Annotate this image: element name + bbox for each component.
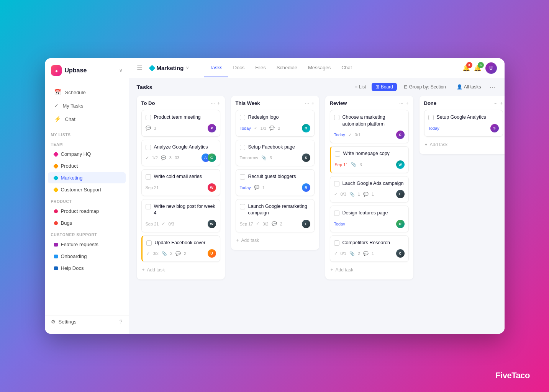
- column-more-icon[interactable]: ···: [399, 100, 403, 106]
- tab-files[interactable]: Files: [250, 59, 271, 77]
- task-checkbox[interactable]: [334, 181, 339, 186]
- avatar: W: [396, 160, 405, 169]
- sidebar-item-marketing[interactable]: Marketing: [48, 172, 126, 183]
- tasks-icon: 👤: [457, 84, 462, 90]
- task-checkbox[interactable]: [240, 204, 245, 209]
- avatar: R: [302, 124, 310, 132]
- sidebar-item-schedule[interactable]: 📅 Schedule: [48, 86, 126, 99]
- more-options-icon[interactable]: ···: [488, 83, 497, 91]
- task-checkbox[interactable]: [334, 115, 339, 120]
- column-add-icon[interactable]: +: [311, 100, 315, 106]
- user-avatar[interactable]: U: [485, 62, 497, 74]
- sidebar-item-label: Feature requests: [61, 242, 98, 247]
- task-meta-left: ✓ 0/2 📎 2 💬 2: [146, 251, 187, 256]
- tab-schedule[interactable]: Schedule: [271, 59, 303, 77]
- sidebar-item-productroadmap[interactable]: Product roadmap: [48, 206, 126, 217]
- nav-tabs: Tasks Docs Files Schedule Messages Chat: [204, 59, 454, 77]
- task-meta-left: ✓ 1/2 💬 3 03: [146, 155, 180, 160]
- avatar: S: [490, 124, 499, 132]
- my-lists-label: My Lists: [45, 129, 129, 139]
- task-card: Choose a marketing automation platform T…: [330, 110, 409, 143]
- task-checkbox[interactable]: [240, 145, 245, 150]
- column-todo-header: To Do ··· +: [141, 100, 220, 106]
- sidebar-item-bugs[interactable]: Bugs: [48, 217, 126, 229]
- add-task-button[interactable]: + Add task: [424, 140, 503, 150]
- chevron-down-icon[interactable]: ∨: [119, 68, 123, 73]
- notification-bell-button[interactable]: 🔔 3: [462, 64, 470, 72]
- help-icon[interactable]: ?: [120, 318, 123, 325]
- sidebar-logo[interactable]: ⬥ Upbase: [51, 65, 87, 76]
- hamburger-icon[interactable]: ☰: [137, 64, 142, 72]
- add-task-button[interactable]: + Add task: [330, 265, 409, 275]
- add-task-button[interactable]: + Add task: [141, 265, 220, 275]
- task-checkbox[interactable]: [146, 174, 151, 180]
- check-icon: ✓: [256, 221, 259, 226]
- task-date: Today: [428, 126, 439, 131]
- sidebar-nav-label: My Tasks: [63, 103, 84, 109]
- task-avatars: L: [396, 190, 405, 198]
- column-more-icon[interactable]: ···: [493, 100, 498, 106]
- column-todo: To Do ··· + Product team meeting 💬 3: [137, 96, 225, 279]
- task-checkbox[interactable]: [146, 145, 151, 150]
- task-meta: ✓ 0/1 📎 2 💬 1 C: [334, 249, 405, 258]
- sidebar-item-product[interactable]: Product: [48, 160, 126, 172]
- app-name: Upbase: [65, 67, 87, 74]
- all-tasks-button[interactable]: 👤 All tasks: [453, 83, 485, 91]
- board-view-button[interactable]: ⊞ Board: [372, 83, 397, 91]
- notification-alert-button[interactable]: 🔔 6: [474, 64, 482, 72]
- group-by-button[interactable]: ⊟ Group by: Section: [400, 83, 450, 91]
- circle-icon: [54, 221, 58, 225]
- settings-button[interactable]: ⚙ Settings: [51, 319, 77, 325]
- task-meta: Today 💬 1 R: [240, 183, 310, 192]
- sidebar-item-companyhq[interactable]: Company HQ: [48, 149, 126, 160]
- sidebar: ⬥ Upbase ∨ 📅 Schedule ✓ My Tasks ⚡ Chat …: [45, 58, 129, 334]
- column-more-icon[interactable]: ···: [305, 100, 309, 106]
- task-meta: Today ✓ 0/1 C: [334, 131, 405, 139]
- add-icon: +: [331, 267, 333, 273]
- avatar: W: [208, 220, 216, 228]
- sidebar-item-mytasks[interactable]: ✓ My Tasks: [48, 99, 126, 112]
- comment-icon: 💬: [363, 251, 369, 256]
- check-icon: ✓: [254, 126, 257, 131]
- sidebar-item-label: Onboarding: [61, 253, 87, 259]
- board-label: Board: [381, 84, 393, 90]
- task-checkbox[interactable]: [334, 211, 339, 216]
- task-meta: Sep 21 ✓ 0/3 W: [146, 220, 216, 228]
- task-title: Update Facebook cover: [155, 240, 216, 247]
- task-meta: ✓ 1/2 💬 3 03 A G: [146, 154, 216, 162]
- task-avatars: R: [302, 124, 310, 132]
- tab-docs[interactable]: Docs: [228, 59, 250, 77]
- sidebar-item-featurerequests[interactable]: Feature requests: [48, 239, 126, 250]
- add-task-label: Add task: [147, 267, 165, 273]
- task-checkbox[interactable]: [334, 240, 339, 246]
- add-icon: +: [142, 267, 145, 273]
- column-more-icon[interactable]: ···: [211, 100, 215, 106]
- task-date: Today: [240, 185, 251, 190]
- sidebar-item-label: Help Docs: [61, 265, 84, 271]
- comment-icon: 💬: [146, 126, 151, 131]
- column-add-icon[interactable]: +: [500, 100, 503, 106]
- sidebar-item-onboarding[interactable]: Onboarding: [48, 251, 126, 262]
- tab-chat[interactable]: Chat: [336, 59, 357, 77]
- task-checkbox[interactable]: [428, 115, 434, 120]
- sidebar-item-helpdocs[interactable]: Help Docs: [48, 263, 126, 274]
- task-checkbox[interactable]: [335, 151, 340, 157]
- task-checkbox[interactable]: [240, 174, 245, 180]
- list-view-button[interactable]: ≡ List: [351, 83, 370, 91]
- tab-messages[interactable]: Messages: [303, 59, 336, 77]
- tab-tasks[interactable]: Tasks: [204, 59, 228, 77]
- column-add-icon[interactable]: +: [406, 100, 409, 106]
- task-meta-left: Sep 11 📎 3: [335, 162, 362, 167]
- task-checkbox[interactable]: [146, 115, 151, 120]
- sidebar-item-customersupport[interactable]: Customer Support: [48, 184, 126, 195]
- column-add-icon[interactable]: +: [217, 100, 220, 106]
- task-avatars: W: [208, 183, 216, 192]
- task-checkbox[interactable]: [240, 115, 245, 120]
- task-checkbox[interactable]: [146, 204, 151, 209]
- sidebar-item-chat[interactable]: ⚡ Chat: [48, 113, 126, 126]
- space-title[interactable]: Marketing ∨: [150, 65, 189, 71]
- column-thisweek: This Week ··· + Redesign logo: [231, 96, 319, 250]
- add-task-button[interactable]: + Add task: [236, 235, 315, 245]
- task-card: Update Facebook cover ✓ 0/2 📎 2 💬 2 U: [141, 235, 220, 262]
- task-checkbox[interactable]: [146, 240, 152, 246]
